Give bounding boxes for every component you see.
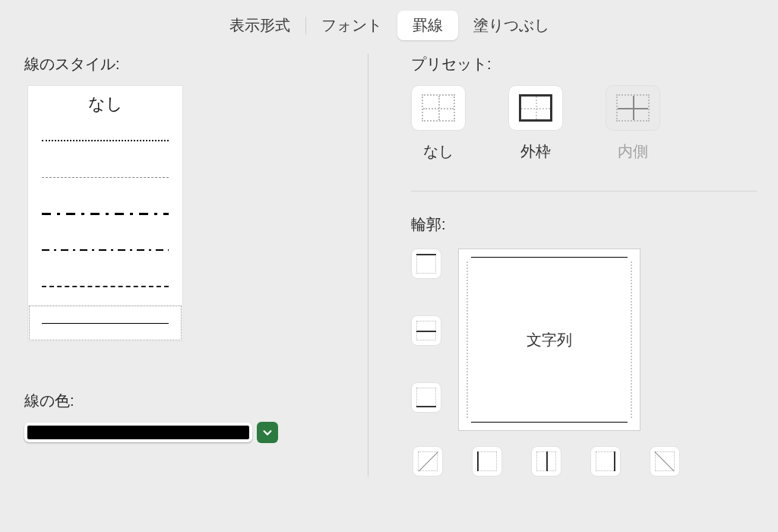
preview-text: 文字列 — [527, 330, 572, 350]
diagonal-up-icon — [418, 451, 438, 471]
line-style-none-text: なし — [88, 93, 123, 116]
preset-inner: 内側 — [606, 85, 660, 162]
preset-none: なし — [411, 85, 466, 162]
outline-side-buttons — [411, 249, 441, 431]
section-divider — [411, 191, 757, 192]
preview-top-line — [471, 257, 628, 258]
preset-outer-icon — [519, 94, 552, 122]
preset-row: なし 外枠 内側 — [411, 85, 754, 162]
line-style-dashdot-long[interactable] — [28, 195, 182, 232]
border-right-button[interactable] — [590, 446, 621, 477]
preset-label: プリセット: — [411, 54, 754, 74]
border-diagonal-up-button[interactable] — [413, 446, 443, 477]
preset-outer-button[interactable] — [508, 85, 563, 131]
diagonal-down-icon — [655, 451, 675, 471]
preset-none-icon — [422, 94, 455, 122]
border-top-button[interactable] — [411, 249, 441, 279]
preset-inner-icon — [616, 94, 650, 122]
chevron-down-icon — [262, 427, 273, 438]
border-bottom-icon — [416, 406, 436, 407]
preset-none-button[interactable] — [411, 85, 466, 131]
dashed-fine-icon — [42, 177, 168, 178]
tab-fill[interactable]: 塗りつぶし — [458, 11, 565, 40]
line-style-dashdot-thin[interactable] — [28, 232, 182, 268]
line-style-list: なし — [27, 85, 183, 342]
preset-outer: 外枠 — [508, 85, 563, 162]
tabbar: 表示形式 フォント 罫線 塗りつぶし — [0, 0, 778, 46]
line-color-picker — [24, 422, 349, 443]
line-style-dashed-medium[interactable] — [28, 268, 182, 305]
line-style-dashed-fine[interactable] — [28, 159, 182, 195]
border-bottom-button[interactable] — [411, 382, 441, 413]
line-style-none[interactable]: なし — [28, 86, 182, 122]
preview-right-line — [631, 261, 632, 418]
border-middle-v-icon — [546, 451, 548, 471]
border-right-icon — [614, 451, 615, 471]
preset-inner-button[interactable] — [606, 85, 660, 131]
border-middle-h-icon — [416, 331, 436, 332]
border-middle-h-button[interactable] — [411, 315, 441, 346]
solid-thin-icon — [42, 323, 168, 324]
preview-bottom-line — [471, 422, 628, 423]
tab-number-format[interactable]: 表示形式 — [214, 11, 305, 40]
right-column: プリセット: なし 外枠 内側 輪郭: — [368, 54, 754, 477]
border-diagonal-down-button[interactable] — [650, 446, 680, 477]
line-style-dotted-fine[interactable] — [28, 122, 182, 159]
line-style-solid-thin[interactable] — [28, 305, 182, 341]
line-color-dropdown[interactable] — [257, 422, 278, 443]
outline-area: 文字列 — [411, 249, 754, 431]
preview-left-line — [466, 261, 468, 418]
line-color-swatch[interactable] — [24, 423, 252, 442]
preset-none-label: なし — [423, 141, 454, 162]
dashdot-long-icon — [42, 213, 168, 215]
outline-label: 輪郭: — [411, 214, 754, 235]
tab-font[interactable]: フォント — [306, 11, 397, 40]
left-column: 線のスタイル: なし 線の色: — [24, 54, 368, 477]
preset-outer-label: 外枠 — [520, 141, 551, 162]
border-middle-v-button[interactable] — [531, 446, 561, 477]
preset-inner-label: 内側 — [618, 141, 648, 162]
border-top-icon — [416, 254, 436, 255]
line-style-label: 線のスタイル: — [24, 54, 349, 74]
dashed-medium-icon — [42, 286, 168, 287]
border-left-icon — [477, 451, 479, 471]
border-panel: 線のスタイル: なし 線の色: — [0, 46, 778, 477]
border-preview[interactable]: 文字列 — [458, 249, 640, 431]
border-left-button[interactable] — [472, 446, 502, 477]
dashdot-thin-icon — [42, 249, 168, 251]
line-color-label: 線の色: — [24, 391, 349, 411]
tab-border[interactable]: 罫線 — [397, 11, 458, 40]
outline-bottom-buttons — [413, 446, 754, 477]
dotted-fine-icon — [42, 140, 168, 141]
